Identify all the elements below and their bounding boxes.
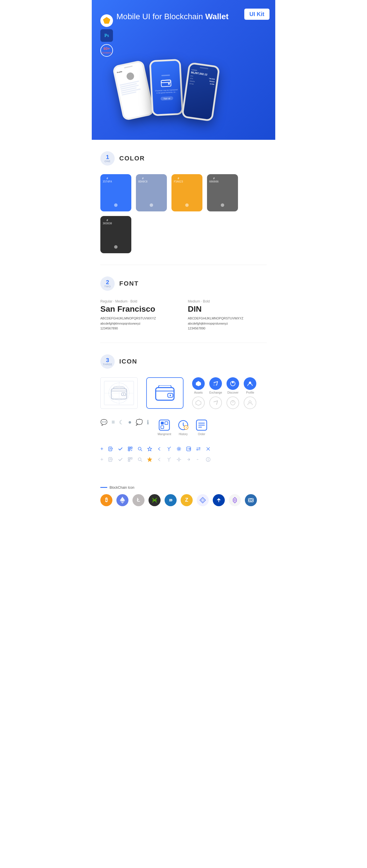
icon-section: 3 THREE ICON xyxy=(92,343,275,480)
qr-icon-gray xyxy=(128,457,133,462)
icon-construction-box xyxy=(101,377,138,409)
icon-discover: Discover xyxy=(227,377,239,409)
plus-icon: + xyxy=(101,446,104,452)
swatch-gray: #666666 xyxy=(207,174,238,211)
svg-line-43 xyxy=(141,450,142,451)
search-icon xyxy=(137,446,142,452)
document-edit-icon xyxy=(108,446,113,452)
icon-exchange: Exchange xyxy=(209,377,222,409)
svg-rect-41 xyxy=(131,450,132,451)
icon-order: Order xyxy=(195,419,208,436)
gray-icons: 💬 ≡ ☾ ● 💭 ℹ xyxy=(101,419,149,426)
icon-section-title: ICON xyxy=(119,358,137,365)
svg-rect-56 xyxy=(129,460,129,461)
svg-rect-39 xyxy=(131,449,131,450)
section-number-2: 2 TWO xyxy=(101,276,115,291)
svg-marker-11 xyxy=(196,381,201,386)
close-icon xyxy=(205,446,211,452)
icon-assets: Assets xyxy=(192,377,205,409)
svg-rect-19 xyxy=(159,420,169,430)
phone-mockup-2: Character may be maintained in the good … xyxy=(149,59,184,116)
check-icon xyxy=(118,446,123,452)
svg-marker-68 xyxy=(201,498,204,502)
svg-rect-40 xyxy=(132,450,132,450)
section-number-3: 3 THREE xyxy=(101,354,115,369)
color-swatches: #3574FA #8DA0C8 #F5A623 #666666 #303030 xyxy=(101,174,266,253)
section-number-1: 1 ONE xyxy=(101,151,115,165)
circle-icon: ● xyxy=(128,419,132,425)
crypto-waves xyxy=(213,494,225,506)
crypto-icons-row: ₿ Ł Z xyxy=(101,494,266,506)
history-icon-svg xyxy=(177,419,190,431)
share-icon xyxy=(167,446,172,452)
stack-icon: ≡ xyxy=(112,419,115,425)
forward-icon-gray xyxy=(186,457,191,462)
chat-icon: 💬 xyxy=(101,419,108,426)
wallet-solid-icon-box xyxy=(146,377,184,409)
hero-section: Ps 60+Screens Mobile UI for Blockchain W… xyxy=(92,0,275,140)
svg-rect-8 xyxy=(156,388,174,400)
qr-icon xyxy=(128,446,133,452)
bubble-icon: 💭 xyxy=(136,419,143,426)
mangment-icon-svg xyxy=(158,419,171,431)
swatch-gray-blue: #8DA0C8 xyxy=(136,174,167,211)
search-icon-gray xyxy=(137,457,142,462)
check-icon-gray xyxy=(118,457,123,462)
svg-rect-20 xyxy=(161,422,164,425)
close-x-icon-gray xyxy=(196,457,201,462)
svg-point-45 xyxy=(178,448,180,450)
blockchain-label-text: BlockChain Icon xyxy=(110,486,135,490)
moon-icon: ☾ xyxy=(119,419,124,426)
upload-icon xyxy=(186,446,191,452)
back-icon-gray xyxy=(157,457,162,462)
discover-icon xyxy=(230,380,236,387)
svg-point-10 xyxy=(170,395,171,396)
info-icon-gray xyxy=(205,457,211,462)
icon-mangment: Mangment xyxy=(158,419,171,436)
svg-rect-3 xyxy=(161,80,171,83)
star-icon xyxy=(147,446,152,452)
font-san-francisco: Regular · Medium · Bold San Francisco AB… xyxy=(101,299,179,331)
screens-badge: 60+Screens xyxy=(101,44,113,57)
back-icon xyxy=(157,446,162,452)
swatch-dark: #303030 xyxy=(101,216,131,253)
svg-rect-55 xyxy=(131,458,132,459)
svg-marker-64 xyxy=(120,497,125,502)
font-din: Medium · Bold DIN ABCDEFGHIJKLMNOPQRSTUV… xyxy=(188,299,266,331)
svg-point-15 xyxy=(230,401,235,405)
crypto-grid xyxy=(197,494,209,506)
svg-point-16 xyxy=(232,401,234,402)
icon-history: History xyxy=(177,419,190,436)
font-section-title: FONT xyxy=(119,280,139,287)
svg-rect-37 xyxy=(131,447,132,448)
settings-icon xyxy=(176,446,181,452)
wallet-solid-icon xyxy=(155,385,175,401)
svg-point-60 xyxy=(178,459,180,460)
assets-icon xyxy=(195,380,202,387)
svg-marker-44 xyxy=(148,447,152,451)
blockchain-line xyxy=(101,487,107,488)
svg-point-73 xyxy=(250,500,251,501)
svg-point-14 xyxy=(232,381,234,383)
star-icon-active xyxy=(147,457,152,462)
color-section: 1 ONE COLOR #3574FA #8DA0C8 #F5A623 #666… xyxy=(92,140,275,265)
swatch-orange: #F5A623 xyxy=(171,174,202,211)
svg-point-4 xyxy=(168,83,170,85)
plus-icon-gray: + xyxy=(101,457,104,463)
small-icon-row-gray: + xyxy=(101,455,266,467)
svg-rect-36 xyxy=(129,447,129,448)
crypto-zcash: Z xyxy=(181,494,193,506)
svg-rect-38 xyxy=(129,450,129,450)
ps-badge: Ps xyxy=(101,29,113,42)
svg-point-63 xyxy=(208,458,208,459)
crypto-bitcoin: ₿ xyxy=(101,494,112,506)
svg-marker-59 xyxy=(148,458,152,462)
exchange-icon xyxy=(213,380,219,387)
small-icon-row-colored: + xyxy=(101,444,266,454)
svg-rect-54 xyxy=(129,458,129,459)
phone-mockup-1: Profile xyxy=(112,60,154,121)
wallet-icons-row: Assets Exchange xyxy=(101,377,266,409)
app-named-icons: Mangment History O xyxy=(158,419,208,436)
crypto-matic xyxy=(229,494,241,506)
font-grid: Regular · Medium · Bold San Francisco AB… xyxy=(101,299,266,331)
